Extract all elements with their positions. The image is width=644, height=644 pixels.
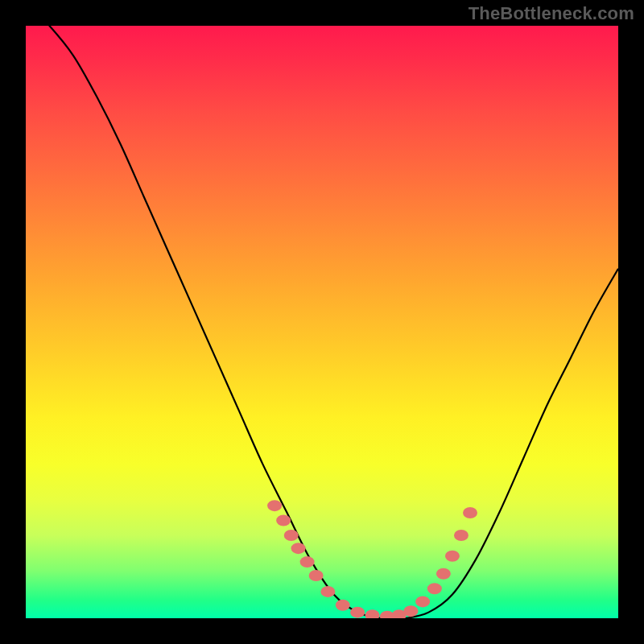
- chart-frame: TheBottleneck.com: [0, 0, 644, 644]
- bead-point: [365, 609, 380, 618]
- bead-point: [463, 507, 477, 518]
- bead-point: [336, 600, 350, 611]
- bead-point: [291, 543, 306, 554]
- bead-point: [445, 551, 460, 562]
- bead-point: [320, 586, 335, 597]
- bead-point: [267, 500, 282, 511]
- bead-point: [427, 583, 442, 594]
- plot-area: [26, 26, 618, 618]
- watermark-text: TheBottleneck.com: [469, 3, 634, 24]
- bead-point: [436, 568, 451, 580]
- bead-point: [350, 607, 365, 618]
- bead-point: [415, 596, 430, 607]
- bead-point: [284, 530, 299, 541]
- chart-svg: [26, 26, 618, 618]
- bead-point: [300, 556, 315, 568]
- bead-point: [276, 515, 291, 526]
- bottleneck-curve: [26, 26, 618, 618]
- bead-point: [403, 605, 418, 617]
- bead-point: [309, 570, 324, 581]
- bead-point: [454, 530, 469, 541]
